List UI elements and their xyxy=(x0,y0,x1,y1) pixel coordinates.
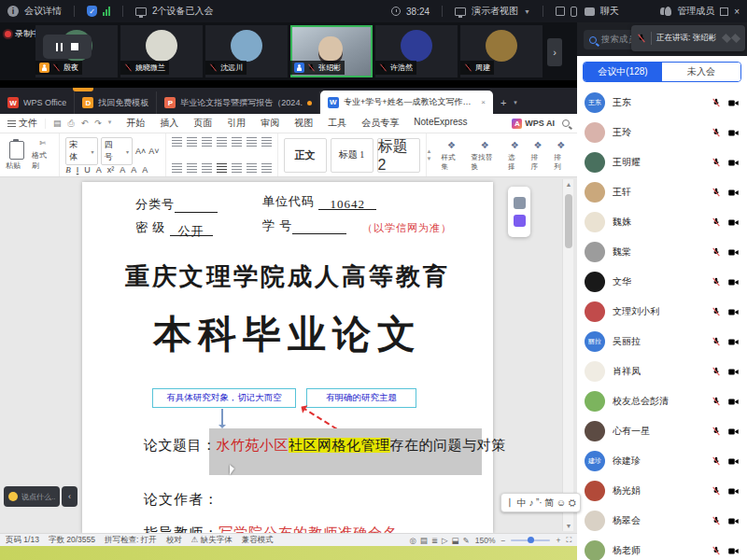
member-camera-off-icon[interactable] xyxy=(727,367,740,377)
video-tile[interactable]: 周建 xyxy=(460,25,543,77)
chat-mini-input[interactable]: 说点什么... xyxy=(4,486,60,507)
member-mic-muted-icon[interactable] xyxy=(712,97,721,108)
member-row[interactable]: 心有一星 xyxy=(577,416,747,446)
chat-collapse-button[interactable]: ‹ xyxy=(62,486,78,507)
status-item[interactable]: 字数 20/3555 xyxy=(49,535,95,546)
member-camera-off-icon[interactable] xyxy=(727,98,740,108)
wps-ai-button[interactable]: A WPS AI xyxy=(512,119,555,129)
popout-icon[interactable] xyxy=(720,7,728,16)
view-mode-icon[interactable]: ▤ xyxy=(420,536,428,545)
member-camera-off-icon[interactable] xyxy=(727,158,740,168)
ribbon-menu-tab[interactable]: NoteExpress xyxy=(406,114,474,133)
member-camera-off-icon[interactable] xyxy=(727,427,740,437)
style-option[interactable]: 正文 xyxy=(284,138,327,173)
paragraph-icons-row2[interactable] xyxy=(172,163,272,173)
presenter-view-button[interactable]: 演示者视图 xyxy=(472,5,518,18)
ime-item[interactable]: ☺ xyxy=(557,497,566,508)
member-camera-off-icon[interactable] xyxy=(727,337,740,347)
ribbon-tool-button[interactable]: ❖ 样式集 xyxy=(437,139,465,172)
ribbon-tool-button[interactable]: ❖ 查找替换 xyxy=(468,139,502,172)
member-mic-muted-icon[interactable] xyxy=(712,127,721,138)
member-row[interactable]: 魏棠 xyxy=(577,237,747,267)
fullscreen-icon[interactable] xyxy=(556,7,565,16)
shrink-font-button[interactable]: A˅ xyxy=(148,147,159,156)
document-scrollbar[interactable]: ▲ ▼ xyxy=(562,179,573,531)
ribbon-menu-tab[interactable]: 引用 xyxy=(219,114,253,133)
wps-document-tab[interactable]: W 专业+学号+姓名—成教论文写作模板 × xyxy=(320,91,493,114)
status-item[interactable]: 兼容模式 xyxy=(242,535,274,546)
doc-assistant-icon[interactable] xyxy=(514,197,526,209)
devices-joined-label[interactable]: 2个设备已入会 xyxy=(152,5,214,18)
paste-icon[interactable] xyxy=(9,141,24,160)
member-row[interactable]: 杨老师 xyxy=(577,536,747,560)
member-mic-muted-icon[interactable] xyxy=(712,246,721,258)
member-mic-muted-icon[interactable] xyxy=(712,455,721,467)
view-mode-icon[interactable]: ≣ xyxy=(431,536,438,545)
view-mode-icon[interactable]: ▷ xyxy=(442,536,448,545)
info-icon[interactable]: i xyxy=(7,6,19,17)
zoom-out-button[interactable]: − xyxy=(500,536,505,545)
member-row[interactable]: 杨翠会 xyxy=(577,506,747,536)
status-item[interactable]: 拼写检查: 打开 xyxy=(105,535,157,546)
member-camera-off-icon[interactable] xyxy=(727,188,740,198)
ime-item[interactable]: 丨 xyxy=(505,497,514,510)
member-camera-off-icon[interactable] xyxy=(727,397,740,407)
member-mic-muted-icon[interactable] xyxy=(712,515,721,526)
tab-in-meeting[interactable]: 会议中(128) xyxy=(584,63,662,81)
member-mic-muted-icon[interactable] xyxy=(712,276,721,287)
security-shield-icon[interactable]: ✓ xyxy=(87,6,97,17)
wps-document-tab[interactable]: P 毕业论文指导暨撰写报告（2024. × xyxy=(157,91,320,114)
member-camera-off-icon[interactable] xyxy=(727,516,740,526)
font-size-select[interactable]: 四号▾ xyxy=(101,137,133,165)
member-row[interactable]: 魏姝 xyxy=(577,207,747,237)
member-mic-muted-icon[interactable] xyxy=(712,306,721,317)
ribbon-tool-button[interactable]: ❖ 排列 xyxy=(550,139,571,172)
author-line[interactable]: 论文作者： xyxy=(144,491,218,509)
zoom-slider[interactable] xyxy=(511,539,550,541)
member-mic-muted-icon[interactable] xyxy=(712,396,721,407)
ime-item[interactable]: ⛭ xyxy=(569,497,576,509)
fit-page-icon[interactable]: ⛶ xyxy=(566,536,571,545)
ribbon-menu-tab[interactable]: 审阅 xyxy=(253,114,287,133)
member-row[interactable]: 王轩 xyxy=(577,177,747,207)
font-format-buttons[interactable]: BIUAx²AAA xyxy=(65,165,159,175)
grow-font-button[interactable]: A˄ xyxy=(135,147,146,156)
status-item[interactable]: ⚠ 缺失字体 xyxy=(191,535,233,546)
member-camera-off-icon[interactable] xyxy=(727,307,740,317)
font-format-button[interactable]: A xyxy=(120,165,125,175)
member-row[interactable]: 校友总会彭清 xyxy=(577,386,747,416)
ime-item[interactable]: ♪ xyxy=(529,497,533,508)
thesis-topic-line[interactable]: 论文题目：水竹苑小区社区网格化管理存在的问题与对策 xyxy=(144,437,506,455)
status-item[interactable]: 校对 xyxy=(166,535,182,546)
font-format-button[interactable]: A xyxy=(96,165,102,175)
member-row[interactable]: 建珍 徐建珍 xyxy=(577,446,747,476)
member-row[interactable]: 丽拉 吴丽拉 xyxy=(577,327,747,357)
presenter-view-icon[interactable] xyxy=(455,7,466,16)
phone-mode-icon[interactable] xyxy=(571,7,577,17)
paste-label[interactable]: 粘贴 xyxy=(6,161,21,171)
member-mic-muted-icon[interactable] xyxy=(712,157,721,168)
font-format-button[interactable]: I xyxy=(77,165,79,175)
chat-button[interactable]: 聊天 xyxy=(600,5,619,18)
view-mode-icon[interactable]: ◎ xyxy=(409,536,416,545)
wps-document-tab[interactable]: W WPS Office × xyxy=(0,91,75,114)
member-mic-muted-icon[interactable] xyxy=(712,336,721,347)
style-option[interactable]: 标题 1 xyxy=(331,138,374,173)
member-row[interactable]: 文理刘小利 xyxy=(577,297,747,327)
advisor-line[interactable]: 指导教师：写学院公布的教师准确全名 xyxy=(144,525,398,533)
manage-members-button[interactable]: 管理成员 xyxy=(677,5,714,18)
video-tile[interactable]: 沈远川 xyxy=(205,25,288,77)
ribbon-menu-tab[interactable]: 插入 xyxy=(152,114,186,133)
floating-doc-toolbar[interactable] xyxy=(508,187,530,237)
network-signal-icon[interactable] xyxy=(103,7,110,16)
devices-icon[interactable] xyxy=(135,7,147,16)
ime-item[interactable]: 简 xyxy=(544,497,554,510)
pause-recording-icon[interactable] xyxy=(56,43,63,51)
font-name-select[interactable]: 宋体▾ xyxy=(65,137,97,165)
ime-item[interactable]: ”· xyxy=(536,497,543,508)
member-mic-muted-icon[interactable] xyxy=(712,217,721,228)
member-camera-off-icon[interactable] xyxy=(727,217,740,228)
scrollbar-thumb[interactable] xyxy=(565,194,572,248)
document-page[interactable]: 分类号 单位代码 10642 密 级 公开 学 号 （以学信网为准） 重庆文理学… xyxy=(82,182,493,533)
member-row[interactable]: 王明耀 xyxy=(577,147,747,177)
